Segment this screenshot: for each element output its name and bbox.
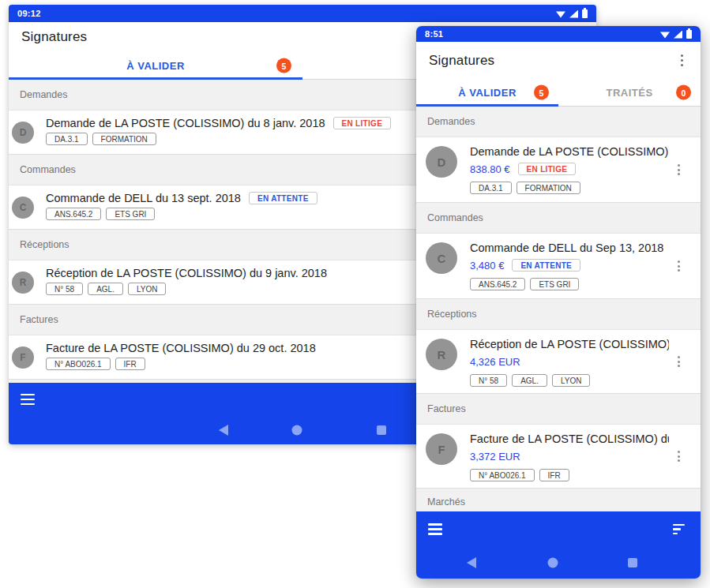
card-title: Facture de LA POSTE (COLISSIMO) du Oct..… <box>470 433 669 445</box>
status-chip: EN ATTENTE <box>512 259 580 272</box>
desktop-canvas: 09:12 Signatures À VALIDER 5 Demandes D <box>0 0 710 588</box>
tag-chip: AGL. <box>512 374 547 387</box>
avatar: D <box>12 122 34 144</box>
signal-icon <box>674 31 682 39</box>
tag-chip: ANS.645.2 <box>46 208 101 220</box>
tag-chip: ETS GRI <box>106 208 155 220</box>
tag-list: DA.3.1 FORMATION <box>470 182 669 194</box>
tab-a-valider[interactable]: À VALIDER 5 <box>9 52 302 79</box>
tab-a-valider[interactable]: À VALIDER 5 <box>416 79 558 106</box>
avatar: F <box>426 433 457 465</box>
card-menu-icon[interactable] <box>674 257 683 275</box>
clock-text: 8:51 <box>425 29 443 39</box>
menu-icon[interactable] <box>428 523 442 534</box>
status-bar: 8:51 <box>416 26 701 42</box>
avatar: R <box>12 272 34 294</box>
app-bar: Signatures <box>416 42 701 79</box>
tag-chip: IFR <box>539 469 569 481</box>
tag-list: N° 58 AGL. LYON <box>470 374 669 387</box>
tag-chip: LYON <box>128 283 167 295</box>
document-card-commande[interactable]: C Commande de DELL du Sep 13, 2018 3,480… <box>416 233 701 299</box>
tag-chip: N° 58 <box>46 283 83 295</box>
page-title: Signatures <box>21 29 87 45</box>
tag-list: ANS.645.2 ETS GRI <box>470 278 669 290</box>
signal-icon <box>569 10 578 18</box>
status-bar: 09:12 <box>9 5 596 22</box>
tag-chip: DA.3.1 <box>46 133 88 145</box>
tag-chip: N° ABO026.1 <box>470 469 535 481</box>
card-menu-icon[interactable] <box>674 353 683 370</box>
avatar: F <box>12 346 34 369</box>
card-title: Commande de DELL du 13 sept. 2018 <box>46 192 241 204</box>
nav-back-button[interactable] <box>467 557 476 568</box>
tag-chip: N° ABO026.1 <box>46 358 111 370</box>
bottom-toolbar <box>416 511 701 547</box>
card-title: Facture de LA POSTE (COLISSIMO) du 29 oc… <box>46 342 316 354</box>
card-title: Réception de LA POSTE (COLISSIMO) du J..… <box>470 338 669 350</box>
tag-chip: FORMATION <box>517 182 580 194</box>
section-header-marches: Marchés <box>416 489 701 511</box>
tag-chip: AGL. <box>88 283 123 295</box>
tab-count-badge: 0 <box>676 85 691 100</box>
document-card-demande[interactable]: D Demande de LA POSTE (COLISSIMO) du J..… <box>416 137 701 203</box>
tab-count-badge: 5 <box>534 85 549 100</box>
tab-traites[interactable]: TRAITÉS 0 <box>558 79 701 106</box>
card-title: Demande de LA POSTE (COLISSIMO) du 8 jan… <box>46 117 325 129</box>
nav-back-button[interactable] <box>219 425 228 436</box>
card-title: Réception de LA POSTE (COLISSIMO) du 9 j… <box>46 267 327 279</box>
section-header-demandes: Demandes <box>416 107 701 137</box>
nav-recents-button[interactable] <box>377 425 386 435</box>
tag-chip: N° 58 <box>470 374 507 387</box>
sort-icon[interactable] <box>673 524 689 534</box>
amount-text: 4,326 EUR <box>470 356 520 368</box>
active-tab-indicator <box>416 104 558 107</box>
amount-text: 3,372 EUR <box>470 451 520 463</box>
tag-chip: FORMATION <box>92 133 156 145</box>
status-chip: EN LITIGE <box>518 163 577 175</box>
card-menu-icon[interactable] <box>674 161 683 178</box>
avatar: C <box>426 242 457 274</box>
status-icons <box>660 30 692 39</box>
clock-text: 09:12 <box>17 9 41 18</box>
tab-label: TRAITÉS <box>606 87 652 99</box>
phone-screenshot: 8:51 Signatures À VALIDER 5 TRAITÉS 0 <box>416 26 701 579</box>
tag-chip: LYON <box>552 374 591 387</box>
menu-icon[interactable] <box>21 394 35 405</box>
tag-chip: IFR <box>115 358 145 370</box>
avatar: D <box>426 146 457 178</box>
tag-chip: DA.3.1 <box>470 182 512 194</box>
tag-chip: ANS.645.2 <box>470 278 525 290</box>
tab-count-badge: 5 <box>276 58 291 73</box>
section-header-receptions: Réceptions <box>416 299 701 329</box>
page-title: Signatures <box>429 53 494 69</box>
section-header-commandes: Commandes <box>416 203 701 233</box>
amount-text: 838.80 € <box>470 163 510 175</box>
card-title: Commande de DELL du Sep 13, 2018 <box>470 242 663 254</box>
battery-icon <box>686 30 692 39</box>
document-card-facture[interactable]: F Facture de LA POSTE (COLISSIMO) du Oct… <box>416 424 701 489</box>
nav-home-button[interactable] <box>547 558 558 568</box>
nav-recents-button[interactable] <box>628 558 637 567</box>
status-chip: EN LITIGE <box>333 117 392 129</box>
document-card-reception[interactable]: R Réception de LA POSTE (COLISSIMO) du J… <box>416 329 701 394</box>
active-tab-indicator <box>9 77 302 80</box>
wifi-icon <box>556 11 565 18</box>
status-icons <box>556 9 588 18</box>
nav-home-button[interactable] <box>291 425 302 436</box>
tag-chip: ETS GRI <box>530 278 579 290</box>
document-list: Demandes D Demande de LA POSTE (COLISSIM… <box>416 107 701 511</box>
tab-bar: À VALIDER 5 TRAITÉS 0 <box>416 79 701 107</box>
overflow-menu-icon[interactable] <box>676 51 689 71</box>
amount-text: 3,480 € <box>470 260 504 272</box>
card-menu-icon[interactable] <box>674 448 683 465</box>
tab-label: À VALIDER <box>126 60 185 72</box>
battery-icon <box>582 9 588 18</box>
section-header-factures: Factures <box>416 394 701 424</box>
card-title: Demande de LA POSTE (COLISSIMO) du J... <box>470 145 669 158</box>
tab-label: À VALIDER <box>458 87 517 99</box>
avatar: C <box>12 197 34 219</box>
wifi-icon <box>660 32 670 39</box>
avatar: R <box>426 339 457 370</box>
status-chip: EN ATTENTE <box>249 192 317 204</box>
tag-list: N° ABO026.1 IFR <box>470 469 669 481</box>
